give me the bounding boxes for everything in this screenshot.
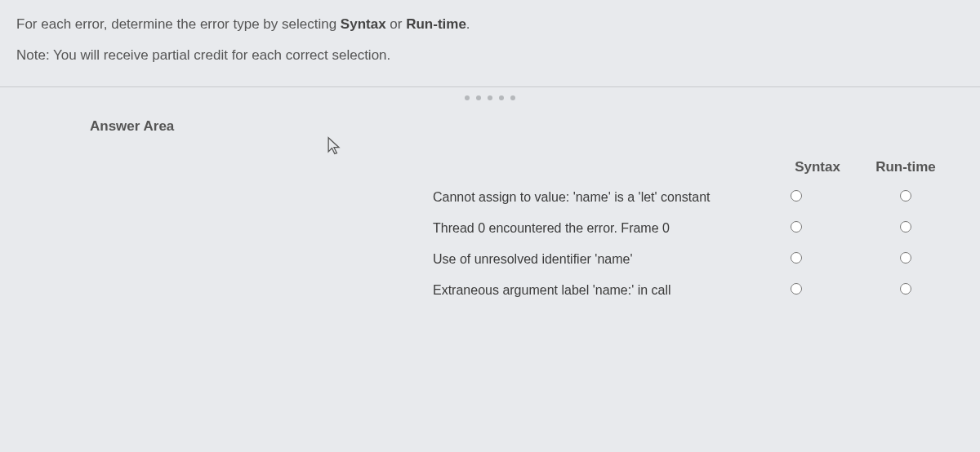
dot-icon <box>476 95 481 100</box>
instruction-text: For each error, determine the error type… <box>16 16 341 32</box>
radio-runtime[interactable] <box>900 283 911 295</box>
radio-cell-syntax <box>763 252 830 267</box>
radio-group <box>763 252 947 267</box>
radio-group <box>763 221 947 236</box>
syntax-bold: Syntax <box>341 16 386 32</box>
radio-cell-runtime <box>872 190 939 205</box>
question-text: Use of unresolved identifier 'name' <box>433 252 763 267</box>
answer-table: Syntax Run-time Cannot assign to value: … <box>433 159 947 298</box>
cursor-icon <box>327 136 341 156</box>
answer-area-label: Answer Area <box>90 118 947 135</box>
radio-cell-runtime <box>872 283 939 298</box>
instruction-line-1: For each error, determine the error type… <box>16 15 964 34</box>
question-row: Use of unresolved identifier 'name' <box>433 252 947 267</box>
runtime-bold: Run-time <box>406 16 466 32</box>
radio-cell-syntax <box>763 221 830 236</box>
radio-cell-syntax <box>763 190 830 205</box>
instructions-block: For each error, determine the error type… <box>0 0 980 87</box>
question-text: Thread 0 encountered the error. Frame 0 <box>433 221 763 236</box>
dot-icon <box>510 95 515 100</box>
radio-syntax[interactable] <box>791 252 802 264</box>
question-row: Thread 0 encountered the error. Frame 0 <box>433 221 947 236</box>
answer-section: Answer Area Syntax Run-time Cannot assig… <box>0 87 980 330</box>
instruction-text: or <box>386 16 407 32</box>
radio-syntax[interactable] <box>791 283 802 295</box>
radio-syntax[interactable] <box>791 190 802 202</box>
question-container: For each error, determine the error type… <box>0 0 980 452</box>
question-row: Extraneous argument label 'name:' in cal… <box>433 283 947 298</box>
instruction-line-2: Note: You will receive partial credit fo… <box>16 46 964 65</box>
question-text: Cannot assign to value: 'name' is a 'let… <box>433 190 763 205</box>
question-text: Extraneous argument label 'name:' in cal… <box>433 283 763 298</box>
radio-cell-runtime <box>872 221 939 236</box>
column-headers: Syntax Run-time <box>433 159 947 175</box>
radio-group <box>763 283 947 298</box>
radio-cell-runtime <box>872 252 939 267</box>
column-header-runtime: Run-time <box>872 159 939 175</box>
dot-icon <box>465 95 470 100</box>
radio-runtime[interactable] <box>900 190 911 202</box>
dot-icon <box>488 95 492 100</box>
radio-runtime[interactable] <box>900 221 911 233</box>
radio-syntax[interactable] <box>791 221 802 233</box>
drag-handle-dots <box>465 95 515 100</box>
radio-runtime[interactable] <box>900 252 911 264</box>
instruction-text: . <box>466 16 470 32</box>
question-row: Cannot assign to value: 'name' is a 'let… <box>433 190 947 205</box>
dot-icon <box>499 95 504 100</box>
radio-group <box>763 190 947 205</box>
column-header-syntax: Syntax <box>784 159 851 175</box>
radio-cell-syntax <box>763 283 830 298</box>
